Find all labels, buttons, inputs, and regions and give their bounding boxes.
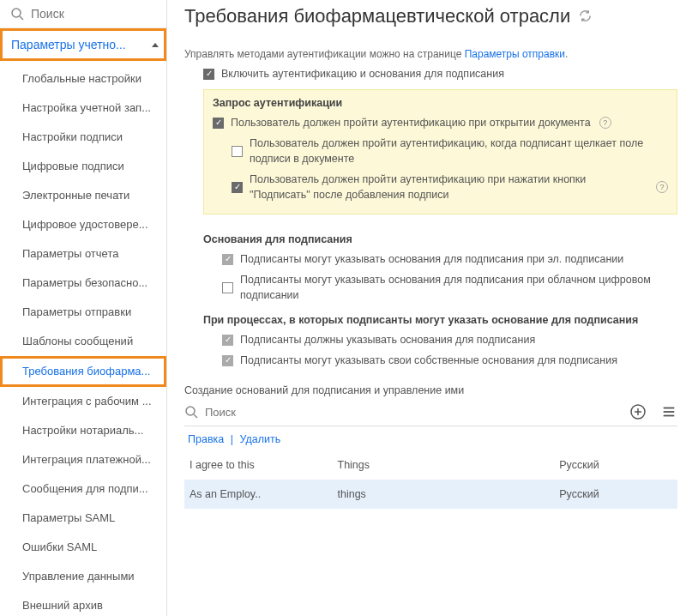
add-reason-button[interactable]: [629, 403, 647, 420]
enforce-title: При процессах, в которых подписанты могу…: [184, 305, 677, 329]
checkbox-icon[interactable]: ✓: [222, 355, 233, 366]
reasons-search-input[interactable]: [205, 406, 349, 419]
sidebar-item[interactable]: Шаблоны сообщений: [0, 327, 166, 356]
sidebar-item[interactable]: Глобальные настройки: [0, 64, 166, 94]
sidebar-section-label: Параметры учетно...: [11, 38, 126, 51]
auth-title: Запрос аутентификации: [213, 97, 668, 112]
checkbox-icon[interactable]: [222, 282, 233, 293]
sidebar-item[interactable]: Цифровые подписи: [0, 152, 166, 181]
sidebar-item[interactable]: Электронные печати: [0, 181, 166, 210]
main-content: Требования биофармацевтической отрасли У…: [167, 0, 686, 616]
sidebar-item[interactable]: Требования биофарма...: [0, 356, 166, 387]
reasons-esign-row[interactable]: ✓ Подписанты могут указывать основания д…: [184, 249, 677, 269]
sidebar-section-header[interactable]: Параметры учетно...: [0, 28, 166, 61]
sidebar-item[interactable]: Сообщения для подпи...: [0, 474, 166, 504]
checkbox-icon[interactable]: ✓: [232, 182, 243, 193]
sidebar-item[interactable]: Настройки подписи: [0, 123, 166, 152]
checkbox-icon[interactable]: ✓: [222, 335, 233, 346]
help-icon[interactable]: ?: [656, 181, 668, 193]
sidebar-item[interactable]: Параметры отчета: [0, 239, 166, 269]
svg-line-1: [20, 16, 23, 20]
checkbox-icon[interactable]: ✓: [222, 254, 233, 265]
table-row[interactable]: I agree to thisThingsРусский: [184, 450, 677, 480]
auth-open-doc-row[interactable]: ✓ Пользователь должен пройти аутентифика…: [213, 112, 668, 133]
sidebar-search-input[interactable]: [31, 7, 167, 21]
sidebar-item[interactable]: Настройка учетной зап...: [0, 94, 166, 123]
enforce-required-row[interactable]: ✓ Подписанты должны указывать основания …: [184, 329, 677, 350]
enable-auth-label: Включить аутентификацию и основания для …: [221, 66, 504, 82]
auth-callout: Запрос аутентификации ✓ Пользователь дол…: [203, 89, 677, 214]
menu-button[interactable]: [660, 403, 677, 420]
sending-settings-link[interactable]: Параметры отправки: [465, 48, 565, 60]
svg-point-2: [186, 407, 195, 415]
help-icon[interactable]: ?: [599, 117, 611, 129]
checkbox-icon[interactable]: ✓: [203, 69, 214, 80]
table-cell: Русский: [554, 480, 677, 509]
search-icon: [10, 7, 24, 21]
auth-field-click-row[interactable]: Пользователь должен пройти аутентификаци…: [213, 133, 668, 169]
sidebar-item[interactable]: Цифровое удостовере...: [0, 210, 166, 239]
refresh-icon[interactable]: [579, 9, 593, 23]
table-cell: As an Employ..: [184, 480, 333, 509]
sidebar-item[interactable]: Ошибки SAML: [0, 533, 166, 562]
svg-line-3: [194, 414, 197, 418]
reasons-toolbar: [184, 402, 677, 426]
table-cell: Things: [333, 450, 555, 480]
table-cell: Русский: [554, 450, 677, 480]
sidebar-item[interactable]: Параметры безопасно...: [0, 269, 166, 298]
sidebar-item[interactable]: Интеграция с рабочим ...: [0, 387, 166, 416]
sidebar-item[interactable]: Интеграция платежной...: [0, 445, 166, 474]
sidebar-item[interactable]: Параметры отправки: [0, 298, 166, 327]
sidebar-search[interactable]: [0, 0, 166, 28]
page-title: Требования биофармацевтической отрасли: [184, 5, 570, 27]
edit-link[interactable]: Правка: [188, 433, 224, 445]
svg-point-0: [12, 9, 21, 17]
sidebar-item[interactable]: Настройки нотариаль...: [0, 416, 166, 445]
reasons-cloud-row[interactable]: Подписанты могут указывать основания для…: [184, 269, 677, 305]
checkbox-icon[interactable]: ✓: [213, 118, 224, 129]
table-cell: I agree to this: [184, 450, 333, 480]
sidebar-item[interactable]: Управление данными: [0, 562, 166, 591]
reasons-title: Основания для подписания: [184, 225, 677, 249]
search-icon: [184, 405, 198, 419]
delete-link[interactable]: Удалить: [239, 433, 280, 445]
sidebar-item[interactable]: Параметры SAML: [0, 504, 166, 533]
auth-sign-click-row[interactable]: ✓ Пользователь должен пройти аутентифика…: [213, 169, 668, 205]
table-row[interactable]: As an Employ..thingsРусский: [184, 480, 677, 509]
sidebar-item[interactable]: Внешний архив: [0, 591, 166, 616]
reasons-mgmt-header: Создание оснований для подписания и упра…: [184, 371, 677, 402]
enforce-custom-row[interactable]: ✓ Подписанты могут указывать свои собств…: [184, 350, 677, 371]
intro-text: Управлять методами аутентификации можно …: [184, 33, 677, 63]
sidebar: Параметры учетно... Глобальные настройки…: [0, 0, 167, 616]
table-cell: things: [333, 480, 555, 509]
checkbox-icon[interactable]: [232, 146, 243, 157]
reasons-table: I agree to thisThingsРусскийAs an Employ…: [184, 450, 677, 509]
table-actions: Правка | Удалить: [184, 426, 677, 450]
sidebar-nav: Глобальные настройкиНастройка учетной за…: [0, 61, 166, 616]
enable-auth-row[interactable]: ✓ Включить аутентификацию и основания дл…: [184, 63, 677, 84]
chevron-up-icon: [152, 43, 159, 47]
